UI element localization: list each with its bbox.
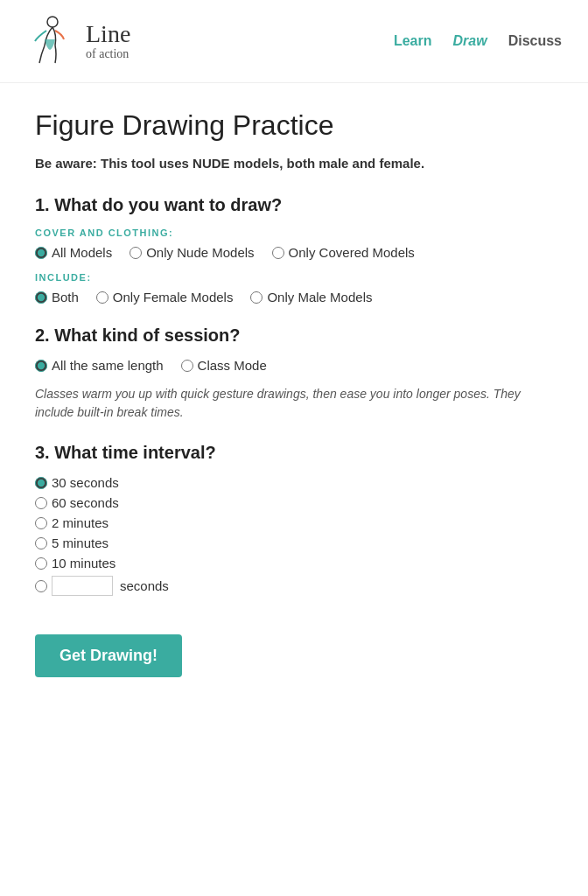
radio-covered-models[interactable] [272, 247, 284, 259]
session-options: All the same length Class Mode [35, 358, 553, 373]
page-title: Figure Drawing Practice [35, 109, 553, 142]
time-options: 30 seconds 60 seconds 2 minutes 5 minute… [35, 475, 553, 596]
section-session-kind: 2. What kind of session? All the same le… [35, 326, 553, 422]
radio-custom[interactable] [35, 580, 47, 592]
section1-heading: 1. What do you want to draw? [35, 195, 553, 215]
option-class-mode-label: Class Mode [198, 358, 267, 373]
option-custom[interactable]: seconds [35, 576, 536, 596]
radio-2min[interactable] [35, 517, 47, 529]
option-same-length[interactable]: All the same length [35, 358, 164, 373]
warning-text: Be aware: This tool uses NUDE models, bo… [35, 156, 553, 171]
radio-30sec[interactable] [35, 477, 47, 489]
option-nude-models-label: Only Nude Models [146, 245, 254, 260]
section3-heading: 3. What time interval? [35, 443, 553, 463]
option-both[interactable]: Both [35, 290, 79, 304]
get-drawing-button[interactable]: Get Drawing! [35, 634, 182, 677]
logo: Line of action [26, 10, 394, 72]
custom-seconds-input[interactable] [52, 576, 113, 596]
radio-nude-models[interactable] [130, 247, 142, 259]
option-male-models-label: Only Male Models [267, 290, 372, 304]
option-covered-models[interactable]: Only Covered Models [272, 245, 415, 260]
session-note: Classes warm you up with quick gesture d… [35, 385, 525, 422]
option-60sec-label: 60 seconds [52, 495, 119, 510]
option-class-mode[interactable]: Class Mode [181, 358, 267, 373]
svg-point-0 [47, 17, 58, 27]
section-time-interval: 3. What time interval? 30 seconds 60 sec… [35, 443, 553, 596]
option-5min[interactable]: 5 minutes [35, 536, 536, 550]
radio-10min[interactable] [35, 557, 47, 570]
cover-clothing-options: All Models Only Nude Models Only Covered… [35, 245, 553, 260]
radio-60sec[interactable] [35, 497, 47, 509]
nav-discuss[interactable]: Discuss [508, 33, 562, 49]
logo-icon [26, 10, 79, 72]
cover-clothing-label: COVER AND CLOTHING: [35, 228, 553, 238]
option-all-models-label: All Models [52, 245, 112, 260]
logo-subtitle: of action [86, 47, 130, 61]
custom-seconds-label: seconds [120, 578, 169, 593]
main-nav: Learn Draw Discuss [394, 33, 562, 49]
option-2min[interactable]: 2 minutes [35, 515, 536, 530]
option-2min-label: 2 minutes [52, 515, 108, 530]
option-female-models[interactable]: Only Female Models [96, 290, 234, 304]
option-female-models-label: Only Female Models [113, 290, 234, 304]
option-covered-models-label: Only Covered Models [289, 245, 415, 260]
custom-seconds-group: seconds [52, 576, 169, 596]
nav-draw[interactable]: Draw [453, 33, 487, 49]
option-all-models[interactable]: All Models [35, 245, 112, 260]
radio-5min[interactable] [35, 537, 47, 550]
section2-heading: 2. What kind of session? [35, 326, 553, 346]
option-10min-label: 10 minutes [52, 556, 116, 570]
radio-male-models[interactable] [250, 291, 262, 304]
logo-name: Line [86, 21, 130, 48]
option-10min[interactable]: 10 minutes [35, 556, 536, 570]
section-what-to-draw: 1. What do you want to draw? COVER AND C… [35, 195, 553, 304]
include-options: Both Only Female Models Only Male Models [35, 290, 553, 304]
option-male-models[interactable]: Only Male Models [250, 290, 372, 304]
radio-class-mode[interactable] [181, 360, 193, 372]
option-60sec[interactable]: 60 seconds [35, 495, 536, 510]
include-label: INCLUDE: [35, 272, 553, 283]
option-same-length-label: All the same length [52, 358, 164, 373]
radio-same-length[interactable] [35, 360, 47, 372]
radio-all-models[interactable] [35, 247, 47, 259]
option-both-label: Both [52, 290, 79, 304]
option-5min-label: 5 minutes [52, 536, 108, 550]
radio-female-models[interactable] [96, 291, 108, 304]
option-30sec-label: 30 seconds [52, 475, 119, 490]
option-30sec[interactable]: 30 seconds [35, 475, 536, 490]
radio-both[interactable] [35, 291, 47, 304]
option-nude-models[interactable]: Only Nude Models [130, 245, 254, 260]
nav-learn[interactable]: Learn [394, 33, 432, 49]
